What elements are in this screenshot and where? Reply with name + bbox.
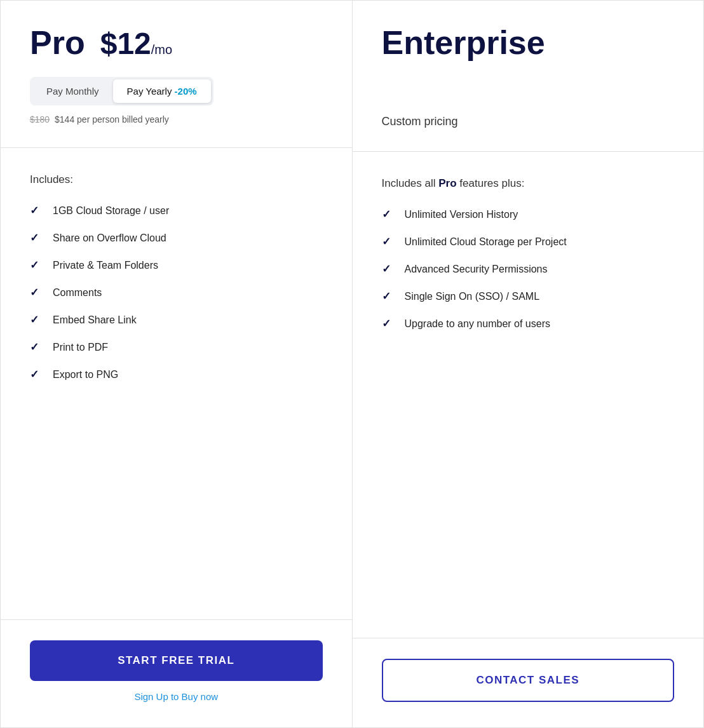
list-item: ✓ Export to PNG [30, 368, 323, 381]
check-icon: ✓ [382, 208, 395, 221]
list-item: ✓ Share on Overflow Cloud [30, 231, 323, 245]
signup-link[interactable]: Sign Up to Buy now [134, 691, 218, 702]
check-icon: ✓ [382, 262, 395, 276]
check-icon: ✓ [382, 235, 395, 248]
billing-note: $180 $144 per person billed yearly [30, 114, 323, 125]
enterprise-column: Enterprise Custom pricing Includes all P… [353, 1, 704, 727]
pro-includes-label: Includes: [30, 173, 323, 186]
list-item: ✓ Unlimited Version History [382, 208, 675, 221]
billing-toggle[interactable]: Pay Monthly Pay Yearly -20% [30, 77, 213, 105]
pro-column: Pro $12/mo Pay Monthly Pay Yearly -20% $… [1, 1, 353, 727]
check-icon: ✓ [382, 317, 395, 330]
check-icon: ✓ [30, 259, 43, 272]
check-icon: ✓ [30, 231, 43, 245]
enterprise-features-section: Includes all Pro features plus: ✓ Unlimi… [353, 152, 704, 638]
list-item: ✓ Single Sign On (SSO) / SAML [382, 290, 675, 303]
pro-title-row: Pro $12/mo [30, 26, 323, 59]
list-item: ✓ 1GB Cloud Storage / user [30, 204, 323, 217]
pro-plan-title: Pro [30, 26, 85, 59]
check-icon: ✓ [30, 340, 43, 354]
check-icon: ✓ [30, 286, 43, 299]
check-icon: ✓ [30, 204, 43, 217]
pay-monthly-button[interactable]: Pay Monthly [32, 79, 113, 103]
pro-features-section: Includes: ✓ 1GB Cloud Storage / user ✓ S… [1, 148, 352, 619]
list-item: ✓ Private & Team Folders [30, 259, 323, 272]
pro-price: $12/mo [100, 29, 172, 59]
enterprise-footer: CONTACT SALES [353, 638, 704, 727]
list-item: ✓ Upgrade to any number of users [382, 317, 675, 330]
enterprise-includes-label: Includes all Pro features plus: [382, 177, 675, 190]
check-icon: ✓ [30, 313, 43, 327]
check-icon: ✓ [30, 368, 43, 381]
list-item: ✓ Print to PDF [30, 340, 323, 354]
list-item: ✓ Advanced Security Permissions [382, 262, 675, 276]
list-item: ✓ Unlimited Cloud Storage per Project [382, 235, 675, 248]
start-free-trial-button[interactable]: START FREE TRIAL [30, 640, 323, 681]
enterprise-header: Enterprise Custom pricing [353, 1, 704, 152]
enterprise-title-row: Enterprise [382, 26, 675, 59]
pro-header: Pro $12/mo Pay Monthly Pay Yearly -20% $… [1, 1, 352, 148]
list-item: ✓ Embed Share Link [30, 313, 323, 327]
pro-footer: START FREE TRIAL Sign Up to Buy now [1, 619, 352, 727]
yearly-discount-badge: -20% [175, 86, 197, 97]
list-item: ✓ Comments [30, 286, 323, 299]
enterprise-feature-list: ✓ Unlimited Version History ✓ Unlimited … [382, 208, 675, 612]
pay-yearly-button[interactable]: Pay Yearly -20% [113, 79, 211, 103]
check-icon: ✓ [382, 290, 395, 303]
custom-pricing-label: Custom pricing [382, 115, 675, 128]
contact-sales-button[interactable]: CONTACT SALES [382, 659, 675, 702]
pricing-container: Pro $12/mo Pay Monthly Pay Yearly -20% $… [0, 0, 704, 728]
pro-feature-list: ✓ 1GB Cloud Storage / user ✓ Share on Ov… [30, 204, 323, 594]
enterprise-plan-title: Enterprise [382, 26, 545, 59]
